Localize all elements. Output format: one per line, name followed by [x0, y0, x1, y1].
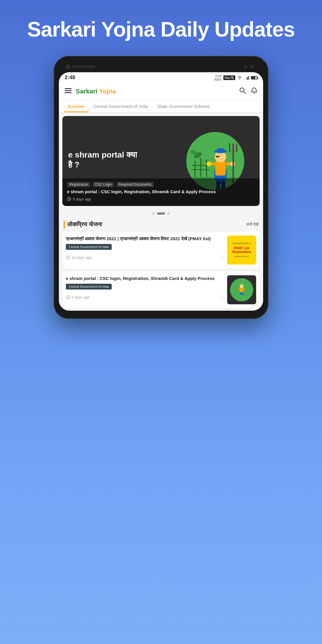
card-title-1: प्रधानमंत्री आवास योजना 2021 | प्रधानमंत…	[66, 236, 224, 242]
svg-rect-46	[240, 288, 243, 293]
card-time-2: 5 days ago	[66, 295, 90, 299]
section-title: लोकप्रिय योजना	[64, 220, 102, 229]
app-logo: Sarkari Yojna	[76, 88, 116, 95]
svg-line-37	[69, 199, 70, 200]
card-time-1: 12 days ago	[66, 255, 92, 260]
svg-rect-16	[215, 161, 226, 176]
hero-title: e shram portal क्या है ?	[68, 150, 165, 169]
tab-central-govt[interactable]: Central Government of India	[89, 100, 153, 112]
like-button-1[interactable]: ♡	[219, 254, 224, 261]
dot-1[interactable]	[152, 212, 155, 215]
tab-explore[interactable]: Explore	[64, 100, 89, 112]
phone-frame: 2:48 0.00KB/S VoLTE	[54, 56, 268, 319]
status-bar: 2:48 0.00KB/S VoLTE	[59, 72, 263, 83]
shram-illustration	[233, 281, 250, 299]
dot-3[interactable]	[167, 212, 170, 215]
hero-banner[interactable]: e shram portal क्या है ?	[62, 116, 260, 206]
logo-yojna: Yojna	[97, 88, 116, 95]
app-header: Sarkari Yojna	[59, 83, 263, 100]
section-accent	[64, 220, 65, 229]
svg-rect-19	[217, 148, 224, 152]
svg-rect-3	[248, 76, 249, 80]
svg-point-45	[240, 284, 244, 288]
svg-rect-5	[65, 90, 72, 91]
status-right: 0.00KB/S VoLTE	[214, 74, 257, 81]
svg-point-32	[207, 162, 211, 166]
card-footer-1: 12 days ago ♡	[66, 254, 224, 261]
see-all-button[interactable]: सभी देखें	[246, 222, 258, 227]
card-footer-2: 5 days ago ♡	[66, 294, 224, 301]
page-title: Sarkari Yojna Daily Updates	[27, 17, 295, 41]
svg-rect-0	[244, 79, 245, 80]
card-title-2: e shram portal : CSC login, Registration…	[66, 275, 224, 281]
notification-icon[interactable]	[251, 87, 257, 95]
like-button-2[interactable]: ♡	[219, 294, 224, 301]
clock-icon	[67, 197, 71, 201]
svg-line-8	[244, 91, 246, 93]
phone-screen: 2:48 0.00KB/S VoLTE	[59, 72, 263, 311]
svg-rect-48	[243, 289, 245, 290]
article-card-1[interactable]: प्रधानमंत्री आवास योजना 2021 | प्रधानमंत…	[62, 231, 260, 269]
battery-icon	[251, 76, 257, 79]
tag-badge-2[interactable]: Central Government of India	[66, 284, 112, 290]
phone-top-bar	[59, 61, 263, 72]
signal-icon	[244, 76, 249, 80]
proximity-sensor	[243, 65, 247, 69]
svg-rect-47	[238, 289, 240, 290]
svg-rect-4	[65, 88, 72, 89]
hero-overlay: Registration CSC Login Required Document…	[62, 178, 260, 206]
page-header: Sarkari Yojna Daily Updates	[16, 0, 307, 53]
dot-2[interactable]	[157, 212, 165, 215]
article-card-2[interactable]: e shram portal : CSC login, Registration…	[62, 271, 260, 308]
hero-tag-csc: CSC Login	[93, 182, 114, 187]
card-list: प्रधानमंत्री आवास योजना 2021 | प्रधानमंत…	[59, 231, 263, 308]
hero-tag-registration: Registration	[67, 182, 90, 187]
front-camera	[66, 65, 70, 69]
card-thumbnail-2	[227, 275, 256, 304]
clock-icon-2	[66, 295, 70, 299]
speaker-grille	[72, 65, 95, 68]
hero-tag-docs: Required Documents	[116, 182, 154, 187]
tag-badge-1[interactable]: Central Government of India	[66, 244, 112, 250]
volte-badge: VoLTE	[223, 75, 235, 80]
clock-icon-1	[66, 256, 70, 260]
svg-rect-6	[65, 92, 72, 93]
hero-time: 5 days ago	[67, 197, 255, 201]
svg-rect-2	[247, 77, 248, 80]
carousel-dots	[59, 209, 263, 216]
status-time: 2:48	[65, 75, 75, 81]
tab-state-govt[interactable]: State Government Scheme	[153, 100, 214, 112]
svg-rect-49	[240, 292, 241, 295]
tabs-bar: Explore Central Government of India Stat…	[59, 100, 263, 113]
logo-sarkari: Sarkari	[76, 88, 97, 95]
svg-rect-50	[242, 292, 243, 295]
status-speed: 0.00KB/S	[214, 74, 222, 81]
wifi-icon	[237, 76, 242, 80]
svg-line-43	[68, 297, 69, 298]
hero-subtitle: e shram portal : CSC login, Registration…	[67, 189, 255, 195]
ambient-sensor	[250, 65, 254, 69]
card-thumbnail-1: प्रधानमंत्री आवास यो PMAY ListRegistrati…	[227, 236, 256, 265]
search-icon[interactable]	[239, 87, 246, 95]
hamburger-icon[interactable]	[65, 88, 72, 95]
section-header: लोकप्रिय योजना सभी देखें	[59, 216, 263, 231]
svg-line-40	[68, 258, 69, 258]
app-header-right	[239, 87, 257, 95]
svg-rect-1	[246, 78, 247, 80]
